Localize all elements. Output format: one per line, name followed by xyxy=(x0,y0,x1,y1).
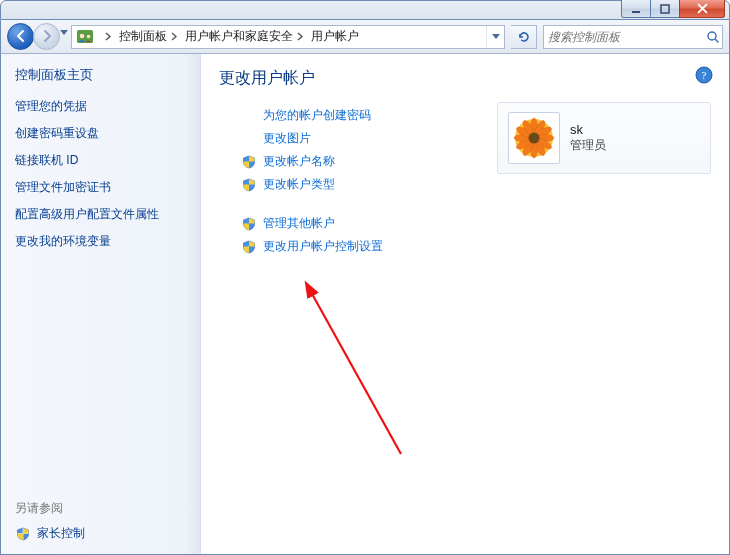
breadcrumb: 控制面板 用户帐户和家庭安全 用户帐户 xyxy=(97,26,363,48)
see-also-parental-controls[interactable]: 家长控制 xyxy=(15,525,186,542)
page-heading: 更改用户帐户 xyxy=(219,68,711,89)
svg-rect-1 xyxy=(661,5,669,13)
content-pane: ? 更改用户帐户 为您的帐户创建密码 更改图片 xyxy=(201,54,729,554)
task-label: 管理其他帐户 xyxy=(263,215,335,232)
minimize-button[interactable] xyxy=(621,0,651,18)
address-dropdown-button[interactable] xyxy=(486,26,504,48)
see-also-item-label: 家长控制 xyxy=(37,525,85,542)
breadcrumb-item[interactable]: 用户帐户 xyxy=(307,26,363,48)
shield-icon xyxy=(241,239,257,255)
shield-icon xyxy=(241,177,257,193)
search-input[interactable] xyxy=(544,26,703,48)
task-label: 为您的帐户创建密码 xyxy=(263,107,371,124)
forward-button[interactable] xyxy=(33,23,60,50)
breadcrumb-item[interactable]: 用户帐户和家庭安全 xyxy=(181,26,307,48)
svg-line-6 xyxy=(715,39,719,43)
help-icon[interactable]: ? xyxy=(695,66,713,84)
search-icon xyxy=(703,30,722,44)
search-box[interactable] xyxy=(543,25,723,49)
svg-line-24 xyxy=(311,292,401,454)
sidebar-link-env-vars[interactable]: 更改我的环境变量 xyxy=(15,233,186,250)
task-label: 更改帐户类型 xyxy=(263,176,335,193)
flower-avatar-icon xyxy=(512,116,556,160)
chevron-right-icon xyxy=(297,32,303,41)
task-change-type[interactable]: 更改帐户类型 xyxy=(241,176,711,193)
sidebar-title[interactable]: 控制面板主页 xyxy=(15,66,186,84)
svg-rect-2 xyxy=(77,30,93,43)
user-accounts-icon xyxy=(75,27,95,47)
task-label: 更改用户帐户控制设置 xyxy=(263,238,383,255)
svg-point-3 xyxy=(80,33,85,38)
breadcrumb-sep-initial[interactable] xyxy=(97,26,115,48)
sidebar-link-password-reset-disk[interactable]: 创建密码重设盘 xyxy=(15,125,186,142)
svg-point-5 xyxy=(708,32,716,40)
maximize-button[interactable] xyxy=(650,0,680,18)
refresh-button[interactable] xyxy=(511,25,537,49)
task-manage-other-accounts[interactable]: 管理其他帐户 xyxy=(241,215,711,232)
see-also-label: 另请参阅 xyxy=(15,500,186,517)
window-titlebar xyxy=(0,0,730,20)
account-name: sk xyxy=(570,122,606,137)
breadcrumb-label: 控制面板 xyxy=(119,28,167,45)
account-tile: sk 管理员 xyxy=(497,102,711,174)
task-group-2: 管理其他帐户 更改用户帐户控制设置 xyxy=(241,215,711,255)
navigation-bar: 控制面板 用户帐户和家庭安全 用户帐户 xyxy=(0,20,730,54)
avatar xyxy=(508,112,560,164)
sidebar-link-encryption-cert[interactable]: 管理文件加密证书 xyxy=(15,179,186,196)
breadcrumb-label: 用户帐户 xyxy=(311,28,359,45)
back-button[interactable] xyxy=(7,23,34,50)
address-bar[interactable]: 控制面板 用户帐户和家庭安全 用户帐户 xyxy=(71,25,505,49)
shield-icon xyxy=(241,216,257,232)
history-dropdown-icon[interactable] xyxy=(60,30,68,35)
chevron-right-icon xyxy=(105,32,111,41)
task-label: 更改图片 xyxy=(263,130,311,147)
svg-text:?: ? xyxy=(702,69,707,81)
chevron-right-icon xyxy=(171,32,177,41)
breadcrumb-item[interactable]: 控制面板 xyxy=(115,26,181,48)
svg-rect-0 xyxy=(632,11,640,13)
task-label: 更改帐户名称 xyxy=(263,153,335,170)
shield-icon xyxy=(241,154,257,170)
sidebar-link-advanced-profile[interactable]: 配置高级用户配置文件属性 xyxy=(15,206,186,223)
task-change-uac-settings[interactable]: 更改用户帐户控制设置 xyxy=(241,238,711,255)
sidebar-link-online-id[interactable]: 链接联机 ID xyxy=(15,152,186,169)
breadcrumb-label: 用户帐户和家庭安全 xyxy=(185,28,293,45)
close-button[interactable] xyxy=(679,0,725,18)
sidebar: 控制面板主页 管理您的凭据 创建密码重设盘 链接联机 ID 管理文件加密证书 配… xyxy=(1,54,201,554)
sidebar-link-credentials[interactable]: 管理您的凭据 xyxy=(15,98,186,115)
account-role: 管理员 xyxy=(570,137,606,154)
svg-point-4 xyxy=(87,34,91,38)
svg-point-23 xyxy=(529,133,540,144)
shield-icon xyxy=(15,526,31,542)
